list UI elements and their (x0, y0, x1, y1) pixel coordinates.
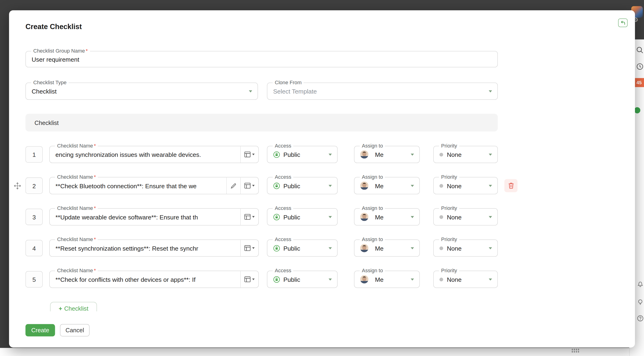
priority-select[interactable]: Priority None (433, 146, 498, 163)
assignee-avatar (360, 213, 368, 221)
edit-icon[interactable] (226, 178, 240, 194)
checklist-row: 1 Checklist Name* encing synchronization… (25, 146, 498, 163)
assignee-avatar (360, 182, 368, 190)
access-select[interactable]: Access Public (267, 177, 338, 194)
assign-to-select[interactable]: Assign to Me (354, 146, 420, 163)
priority-label: Priority (439, 143, 459, 149)
clone-from-value: Select Template (273, 88, 323, 95)
search-icon[interactable] (636, 46, 644, 54)
caret-down-icon (252, 154, 255, 155)
checklist-name-field[interactable]: Checklist Name* **Reset synchronization … (49, 240, 259, 257)
add-checklist-button[interactable]: + Checklist (50, 302, 97, 312)
access-select[interactable]: Access Public (267, 240, 338, 257)
bulb-icon[interactable] (636, 298, 644, 306)
delete-row-button[interactable] (504, 179, 518, 192)
checklist-name-label: Checklist Name* (55, 206, 98, 212)
access-label: Access (273, 174, 294, 180)
name-field-actions (240, 240, 258, 256)
priority-select[interactable]: Priority None (433, 208, 498, 226)
caret-down-icon (411, 185, 414, 187)
status-dot[interactable] (634, 107, 640, 113)
caret-down-icon (252, 216, 255, 218)
recent-clock-icon[interactable] (636, 62, 644, 70)
access-value: Public (284, 182, 306, 189)
priority-label: Priority (439, 174, 459, 180)
section-header-label: Checklist (34, 119, 59, 126)
undo-icon (620, 20, 626, 25)
assign-to-label: Assign to (360, 174, 385, 180)
group-name-field[interactable]: Checklist Group Name* User requirement (25, 51, 498, 68)
assignee-avatar (360, 150, 368, 158)
undo-button[interactable] (618, 18, 628, 27)
checklist-name-label: Checklist Name* (55, 143, 98, 149)
assign-to-select[interactable]: Assign to Me (354, 208, 420, 226)
create-button[interactable]: Create (25, 324, 55, 336)
template-picker-icon[interactable] (240, 240, 258, 256)
checklist-name-field[interactable]: Checklist Name* encing synchronization i… (49, 146, 259, 163)
priority-none-dot-icon (440, 277, 443, 281)
checklist-name-field[interactable]: Checklist Name* **Check for conflicts wi… (49, 270, 259, 288)
checklist-name-field[interactable]: Checklist Name* **Update wearable device… (49, 208, 259, 226)
caret-down-icon (328, 216, 332, 218)
priority-value: None (447, 244, 468, 252)
access-select[interactable]: Access Public (267, 146, 338, 163)
clone-from-select[interactable]: Clone From Select Template (267, 82, 498, 100)
row-number: 4 (25, 240, 42, 256)
access-select[interactable]: Access Public (267, 208, 338, 226)
required-asterisk: * (94, 143, 96, 149)
access-value: Public (284, 213, 306, 220)
bell-icon[interactable] (636, 280, 644, 288)
access-select[interactable]: Access Public (267, 270, 338, 288)
template-picker-icon[interactable] (240, 271, 258, 288)
checklist-name-label: Checklist Name* (55, 174, 98, 180)
template-picker-icon[interactable] (240, 209, 258, 225)
checklist-row: 4 Checklist Name* **Reset synchronizatio… (25, 240, 498, 257)
priority-value: None (447, 151, 468, 158)
template-picker-icon[interactable] (240, 178, 258, 194)
checklist-rows-scroll-area[interactable]: 1 Checklist Name* encing synchronization… (9, 136, 635, 312)
assign-to-select[interactable]: Assign to Me (354, 270, 420, 288)
assignee-avatar (360, 275, 368, 284)
priority-select[interactable]: Priority None (433, 177, 498, 194)
assign-to-select[interactable]: Assign to Me (354, 177, 420, 194)
required-asterisk: * (94, 268, 96, 274)
access-label: Access (273, 268, 294, 274)
caret-down-icon (252, 247, 255, 249)
create-checklist-dialog: Create Checklist Checklist Group Name* U… (9, 10, 635, 348)
plus-icon: + (59, 305, 62, 311)
caret-down-icon (489, 247, 492, 250)
help-icon[interactable] (636, 314, 644, 322)
template-picker-icon[interactable] (240, 146, 258, 163)
app-launcher-dots-icon[interactable] (572, 347, 580, 353)
priority-none-dot-icon (440, 184, 443, 188)
priority-select[interactable]: Priority None (433, 240, 498, 257)
checklist-type-label: Checklist Type (31, 80, 69, 86)
screen: ⚙ 45 Create Checklist Checklist Group Na… (0, 0, 644, 356)
priority-none-dot-icon (440, 215, 443, 219)
cancel-button[interactable]: Cancel (60, 324, 90, 336)
checklist-row: 3 Checklist Name* **Update wearable devi… (25, 208, 498, 226)
group-name-value: User requirement (32, 56, 492, 62)
checklist-name-value: encing synchronization issues with weara… (55, 151, 236, 158)
assignee-avatar (360, 244, 368, 252)
public-icon (273, 213, 280, 220)
caret-down-icon (252, 278, 255, 280)
row-number: 2 (25, 178, 42, 194)
caret-down-icon (328, 154, 332, 156)
caret-down-icon (489, 216, 492, 218)
priority-select[interactable]: Priority None (433, 270, 498, 288)
access-value: Public (284, 276, 306, 283)
public-icon (273, 182, 280, 189)
checklist-name-label: Checklist Name* (55, 268, 98, 274)
assign-to-label: Assign to (360, 237, 385, 243)
access-label: Access (273, 143, 294, 149)
caret-down-icon (411, 247, 414, 250)
caret-down-icon (328, 278, 332, 280)
row-number: 5 (25, 271, 42, 288)
checklist-type-select[interactable]: Checklist Type Checklist (25, 82, 258, 100)
public-icon (273, 151, 280, 158)
drag-handle-icon[interactable] (14, 182, 21, 190)
caret-down-icon (328, 247, 332, 250)
assign-to-select[interactable]: Assign to Me (354, 240, 420, 257)
checklist-name-field[interactable]: Checklist Name* **Check Bluetooth connec… (49, 177, 259, 194)
